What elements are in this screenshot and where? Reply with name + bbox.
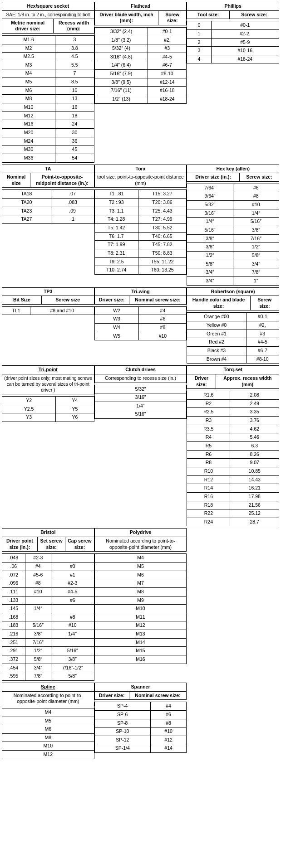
triwing-data-table: W2#4W3#6W4#8W5#10 xyxy=(94,306,187,341)
tripoint-subtitle: (driver point sizes only; most mating sc… xyxy=(2,374,94,394)
clutch-section: Clutch drives Corresponding to recess si… xyxy=(94,365,187,528)
bristol-col1-header: Driver point size (in.): xyxy=(2,537,38,552)
torx-section: Torx tool size: point-to-opposite-point … xyxy=(94,165,187,287)
torx-title: Torx xyxy=(94,165,187,173)
hex-key-table: Hex key (allen) Driver size (in.): Screw… xyxy=(187,165,279,182)
bristol-section: Bristol Driver point size (in.): Set scr… xyxy=(2,528,94,683)
robertson-table: Robertson (square) Handle color and blad… xyxy=(187,287,279,311)
phillips-section: Phillips Tool size: Screw size: 0#0-11#2… xyxy=(187,2,279,165)
hex-key-col2-header: Screw size: xyxy=(239,173,279,182)
hex-socket-subtitle: SAE: 1/8 in. to 2 in., corresponding to … xyxy=(2,10,94,19)
ta-title: TA xyxy=(2,165,94,173)
spline-title: Spline xyxy=(2,683,94,691)
robertson-col1-header: Handle color and blade size: xyxy=(187,296,250,310)
torqset-col1-header: Driver size: xyxy=(187,374,216,388)
torqset-section: Torq-set Driver size: Approx. recess wid… xyxy=(187,365,279,528)
phillips-col1-header: Tool size: xyxy=(187,10,229,19)
spanner-section: Spanner Driver size: Nominal screw size:… xyxy=(94,683,187,761)
spanner-data-table: SP-4#4SP-6#6SP-8#8SP-10#10SP-12#12SP-1/4… xyxy=(94,702,187,753)
polydrive-subtitle: Nominated according to point-to-opposite… xyxy=(94,537,187,552)
tripoint-section: Tri-point (driver point sizes only; most… xyxy=(2,365,94,528)
tp3-title: TP3 xyxy=(2,287,94,296)
tp3-section: TP3 Bit Size Screw size TL1#8 and #10 xyxy=(2,287,94,366)
robertson-col2-header: Screw size: xyxy=(250,296,279,310)
bristol-col3-header: Cap screw size: xyxy=(65,537,94,552)
triwing-col2-header: Nominal screw size: xyxy=(129,296,187,305)
ta-col2-header: Point-to-opposite-midpoint distance (in.… xyxy=(30,173,94,188)
phillips-col2-header: Screw size: xyxy=(229,10,279,19)
hex-socket-table: Hex/square socket SAE: 1/8 in. to 2 in.,… xyxy=(2,2,94,34)
hex-socket-col2-header: Recess width (mm): xyxy=(54,19,94,33)
robertson-title: Robertson (square) xyxy=(187,287,279,296)
hex-socket-data-table: M1.63M23.8M2.54.5M35.5M47M58.5M610M813M1… xyxy=(2,35,94,163)
hex-key-section: Hex key (allen) Driver size (in.): Screw… xyxy=(187,165,279,287)
phillips-table: Phillips Tool size: Screw size: xyxy=(187,2,279,19)
triwing-table: Tri-wing Driver size: Nominal screw size… xyxy=(94,287,187,305)
torqset-table: Torq-set Driver size: Approx. recess wid… xyxy=(187,365,279,389)
polydrive-data-table: M4M5M6M7M8M9M10M11M12M13M14M15M16 xyxy=(94,553,187,664)
ta-section: TA Nominal size Point-to-opposite-midpoi… xyxy=(2,165,94,287)
tp3-data-table: TL1#8 and #10 xyxy=(2,306,94,315)
phillips-data-table: 0#0-11#2-2,2#5-93#10-164#18-24 xyxy=(187,21,279,63)
polydrive-table: Polydrive Nominated according to point-t… xyxy=(94,528,187,552)
spline-data-table: M4M5M6M8M10M12 xyxy=(2,708,94,759)
torqset-title: Torq-set xyxy=(187,366,279,374)
torqset-data-table: R1.62.08R22.49R2.53.35R33.76R3.54.62R45.… xyxy=(187,391,279,526)
flathead-col2-header: Screw size: xyxy=(158,10,187,25)
ta-col1-header: Nominal size xyxy=(2,173,30,188)
hex-socket-col1-header: Metric nominal driver size: xyxy=(2,19,54,33)
triwing-title: Tri-wing xyxy=(94,287,187,296)
torx-data-table: T1: .81T15: 3.27T2 :.93T20: 3.86T3: 1.1T… xyxy=(94,189,187,274)
tripoint-table: Tri-point (driver point sizes only; most… xyxy=(2,365,94,394)
tp3-table: TP3 Bit Size Screw size xyxy=(2,287,94,305)
ta-table: TA Nominal size Point-to-opposite-midpoi… xyxy=(2,165,94,188)
bristol-col2-header: Set screw size: xyxy=(37,537,65,552)
hex-key-col1-header: Driver size (in.): xyxy=(187,173,240,182)
spline-table: Spline Nominated according to point-to-o… xyxy=(2,683,94,706)
robertson-data-table: Orange #00#0-1Yellow #0#2,Green #1#3Red … xyxy=(187,312,279,364)
torx-subtitle: tool size: point-to-opposite-point dista… xyxy=(94,173,187,188)
bristol-data-table: .048#2-3.06#4#0.072#5-6#1.096#8#2-3.111#… xyxy=(2,553,94,681)
hex-key-title: Hex key (allen) xyxy=(187,165,279,173)
polydrive-section: Polydrive Nominated according to point-t… xyxy=(94,528,187,683)
torx-table: Torx tool size: point-to-opposite-point … xyxy=(94,165,187,188)
flathead-section: Flathead Driver blade width, inch (mm): … xyxy=(94,2,187,165)
bristol-title: Bristol xyxy=(2,529,94,537)
tp3-col1-header: Bit Size xyxy=(2,296,42,305)
clutch-subtitle: Corresponding to recess size (in.) xyxy=(94,374,187,383)
triwing-col1-header: Driver size: xyxy=(94,296,129,305)
spline-section: Spline Nominated according to point-to-o… xyxy=(2,683,94,761)
hex-key-data-table: 7/64″#69/64″#85/32″#103/16″1/4″1/4″5/16″… xyxy=(187,184,279,286)
spline-subtitle: Nominated according to point-to-opposite… xyxy=(2,691,94,706)
hex-socket-title: Hex/square socket xyxy=(2,2,94,11)
spanner-col1-header: Driver size: xyxy=(94,691,129,700)
flathead-title: Flathead xyxy=(94,2,187,11)
flathead-table: Flathead Driver blade width, inch (mm): … xyxy=(94,2,187,25)
torqset-col2-header: Approx. recess width (mm) xyxy=(216,374,279,388)
tripoint-data-table: Y2Y4Y2.5Y5Y3Y6 xyxy=(2,396,94,422)
triwing-section: Tri-wing Driver size: Nominal screw size… xyxy=(94,287,187,366)
spanner-title: Spanner xyxy=(94,683,187,691)
clutch-data-table: 5/32″3/16″1/4″5/16″ xyxy=(94,385,187,419)
spanner-table: Spanner Driver size: Nominal screw size: xyxy=(94,683,187,700)
ta-data-table: TA18.07TA20.083TA23.09TA27.1 xyxy=(2,189,94,224)
clutch-title: Clutch drives xyxy=(94,366,187,374)
tripoint-title: Tri-point xyxy=(2,366,94,374)
bristol-table: Bristol Driver point size (in.): Set scr… xyxy=(2,528,94,552)
clutch-table: Clutch drives Corresponding to recess si… xyxy=(94,365,187,383)
polydrive-title: Polydrive xyxy=(94,529,187,537)
phillips-title: Phillips xyxy=(187,2,279,11)
hex-socket-section: Hex/square socket SAE: 1/8 in. to 2 in.,… xyxy=(2,2,94,165)
spanner-col2-header: Nominal screw size: xyxy=(129,691,187,700)
robertson-section: Robertson (square) Handle color and blad… xyxy=(187,287,279,366)
tp3-col2-header: Screw size xyxy=(41,296,94,305)
main-page: Hex/square socket SAE: 1/8 in. to 2 in.,… xyxy=(0,0,281,763)
flathead-data-table: 3/32″ (2.4)#0-11/8″ (3.2)#2,5/32″ (4)#33… xyxy=(94,27,187,104)
flathead-col1-header: Driver blade width, inch (mm): xyxy=(94,10,158,25)
